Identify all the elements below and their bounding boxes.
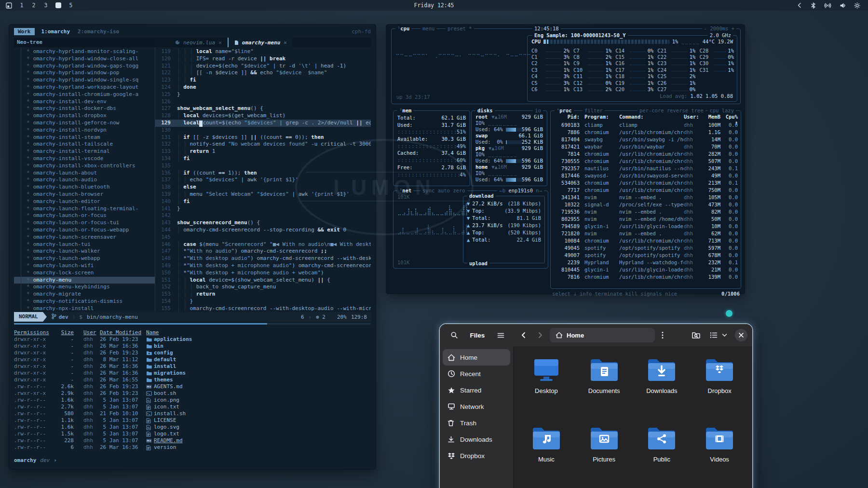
grid-item[interactable]: Desktop [517, 351, 575, 406]
file-tree-item[interactable]: *omarchy-hyprland-monitor-scaling- [14, 48, 155, 55]
file-tree-item[interactable]: *omarchy-migrate [14, 291, 155, 298]
sidebar-item[interactable]: Home [443, 349, 510, 366]
wifi-icon[interactable] [824, 2, 831, 9]
process-row[interactable]: 817404 swaybg /usr/bin/swaybg -i /ho dhh… [555, 136, 738, 143]
proc-sort-buttons[interactable]: cpu lazy [707, 108, 736, 113]
file-tree-item[interactable]: *omarchy-menu-keybindings [14, 284, 155, 291]
process-row[interactable]: 817421 waybar /usr/bin/waybar dhh 70M 0.… [555, 143, 738, 150]
editor-tab[interactable]: omarchy-menu × [228, 38, 293, 47]
file-tree-item[interactable]: *omarchy-notification-dismiss [14, 298, 155, 305]
file-tree-item[interactable]: *omarchy-install-geforce-now [14, 120, 155, 127]
grid-item[interactable]: Music [517, 420, 575, 474]
file-tree-item[interactable]: *omarchy-launch-bluetooth [14, 184, 155, 191]
btop-preset-button[interactable]: preset * [446, 26, 474, 31]
hamburger-icon[interactable] [494, 328, 507, 342]
process-row[interactable]: 534063 chromium /usr/lib/chromium/chro d… [555, 179, 738, 187]
grid-item[interactable]: Pictures [575, 420, 633, 474]
search-folder-icon[interactable] [690, 328, 703, 342]
search-icon[interactable] [448, 328, 461, 342]
file-tree-item[interactable]: *omarchy-install-terminal [14, 148, 155, 155]
process-row[interactable]: 7816 chromium /usr/lib/chromium/chro dhh… [555, 273, 738, 281]
grid-item[interactable]: Public [633, 420, 691, 474]
editor-tab[interactable]: neovim.lua × [169, 38, 228, 47]
file-tree-item[interactable]: *omarchy-launch-tui [14, 241, 155, 248]
btop-action-hints[interactable]: select ↓ info terminate kill signals nic… [552, 291, 677, 297]
file-tree-item[interactable]: *omarchy-hyprland-window-single-sq [14, 77, 155, 84]
tmux-session-badge[interactable]: Work [14, 28, 35, 35]
close-button[interactable] [735, 329, 747, 341]
process-row[interactable]: 10084 chromium /usr/lib/chromium/chro dh… [555, 237, 738, 244]
file-tree-item[interactable]: *omarchy-install-docker-dbs [14, 105, 155, 112]
file-tree-item[interactable]: *omarchy-hyprland-window-gaps-togg [14, 63, 155, 70]
file-tree-item[interactable]: *omarchy-install-dropbox [14, 112, 155, 120]
file-tree-item[interactable]: *omarchy-launch-floating-terminal- [14, 205, 155, 213]
tmux-window-tab[interactable]: 2:omarchy-iso [78, 28, 119, 35]
process-row[interactable]: 719536 nvim nvim --embed . dhh 82M 0.0 [555, 208, 738, 216]
update-interval[interactable]: - 2000ms + [702, 26, 736, 31]
chevron-left-icon[interactable] [797, 2, 802, 8]
volume-icon[interactable] [840, 2, 846, 9]
process-row[interactable]: 49007 spotify /opt/spotify/spotify dhh 6… [555, 252, 738, 259]
file-tree-item[interactable]: *omarchy-install-chromium-google-a [14, 91, 155, 98]
sidebar-item[interactable]: Trash [443, 415, 510, 431]
kebab-menu-icon[interactable] [656, 328, 669, 342]
list-view-toggle[interactable] [707, 328, 720, 342]
process-row[interactable]: 7717 chromium /usr/lib/chromium/chro dhh… [555, 187, 738, 194]
net-option-buttons[interactable]: sync auto zero [420, 188, 467, 193]
file-tree-item[interactable]: *omarchy-launch-browser [14, 191, 155, 198]
file-tree-item[interactable]: *omarchy-hyprland-window-pop [14, 69, 155, 77]
file-tree-item[interactable]: *omarchy-install-nordvpn [14, 127, 155, 134]
grid-item[interactable]: Dropbox [691, 351, 748, 406]
process-row[interactable]: 810445 glycin-i /usr/lib/glycin-loader d… [555, 266, 738, 273]
process-row[interactable]: 792357 nautilus /usr/bin/nautilus --ne d… [555, 165, 738, 172]
file-tree-item[interactable]: *omarchy-install-dev-env [14, 98, 155, 106]
sidebar-item[interactable]: Network [443, 398, 510, 415]
tab-close-icon[interactable]: × [218, 40, 222, 46]
sidebar-item[interactable]: Recent [443, 366, 510, 382]
file-tree-item[interactable]: *omarchy-launch-or-focus-tui [14, 219, 155, 227]
settings-icon[interactable] [854, 2, 860, 9]
file-tree-item[interactable]: *omarchy-install-tailscale [14, 141, 155, 148]
sidebar-item[interactable]: Starred [443, 382, 510, 398]
breadcrumb[interactable]: Home [550, 328, 655, 342]
process-row[interactable]: 2239 Hyprland Hyprland --watchdog-fd dhh… [555, 259, 738, 266]
file-tree-item[interactable]: *omarchy-menu [14, 277, 155, 284]
proc-filter-button[interactable]: filter [583, 108, 605, 113]
file-tree-item[interactable]: *omarchy-launch-webapp [14, 255, 155, 262]
process-row[interactable]: 794589 glycin-i /usr/lib/glycin-loader d… [555, 223, 738, 230]
chevron-down-icon[interactable] [720, 328, 728, 342]
file-tree-item[interactable]: *omarchy-install-steam [14, 134, 155, 141]
sidebar-item[interactable]: Downloads [443, 431, 510, 447]
sidebar-item[interactable]: Dropbox [443, 447, 510, 464]
file-tree-item[interactable]: *omarchy-install-xbox-controllers [14, 163, 155, 170]
process-row[interactable]: 7814 chromium /usr/lib/chromium/chro dhh… [555, 150, 738, 158]
bluetooth-icon[interactable] [811, 2, 816, 9]
file-tree-item[interactable]: *omarchy-install-vscode [14, 155, 155, 163]
forward-button[interactable] [533, 328, 547, 342]
file-tree-item[interactable]: *omarchy-hyprland-workspace-layout [14, 84, 155, 91]
pane-divider[interactable] [14, 323, 371, 325]
process-row[interactable]: 802955 nvim nvim --embed /home/dhh dhh 5… [555, 216, 738, 223]
grid-item[interactable]: Documents [575, 351, 633, 406]
tab-close-icon[interactable]: × [284, 40, 287, 46]
net-device-switcher[interactable]: ←b enp191s0 n→ [497, 188, 544, 193]
proc-option-buttons[interactable]: per-core reverse tree [637, 108, 705, 113]
file-tree-item[interactable]: *omarchy-launch-audio [14, 176, 155, 184]
back-button[interactable] [517, 328, 530, 342]
process-row[interactable]: 341341 nvim nvim --embed . dhh 105M 0.0 [555, 194, 738, 201]
shell-prompt[interactable]: omarchy dev › [14, 457, 371, 463]
file-tree-item[interactable]: *omarchy-hyprland-window-close-all [14, 55, 155, 63]
process-row[interactable]: 49045 spotify /opt/spotify/spotify - dhh… [555, 244, 738, 252]
grid-item[interactable]: Downloads [633, 351, 691, 406]
file-tree-item[interactable]: *omarchy-launch-editor [14, 198, 155, 205]
file-tree-item[interactable]: *omarchy-launch-walker [14, 248, 155, 255]
file-tree-item[interactable]: *omarchy-launch-about [14, 170, 155, 177]
file-tree-item[interactable]: *omarchy-npx-install [14, 305, 155, 312]
process-row[interactable]: 817446 swayosd- /usr/bin/swayosd-serve d… [555, 172, 738, 179]
tmux-window-tab[interactable]: 1:omarchy [41, 28, 70, 35]
file-tree-item[interactable]: *omarchy-launch-or-focus [14, 212, 155, 219]
process-row[interactable]: 690183 cliamp cliamp dhh 100M 0.0 [555, 122, 738, 129]
file-tree-item[interactable]: *omarchy-launch-or-focus-webapp [14, 227, 155, 234]
process-row[interactable]: 7886 chromium /usr/lib/chromium/chro dhh… [555, 129, 738, 136]
grid-item[interactable]: Videos [691, 420, 748, 474]
